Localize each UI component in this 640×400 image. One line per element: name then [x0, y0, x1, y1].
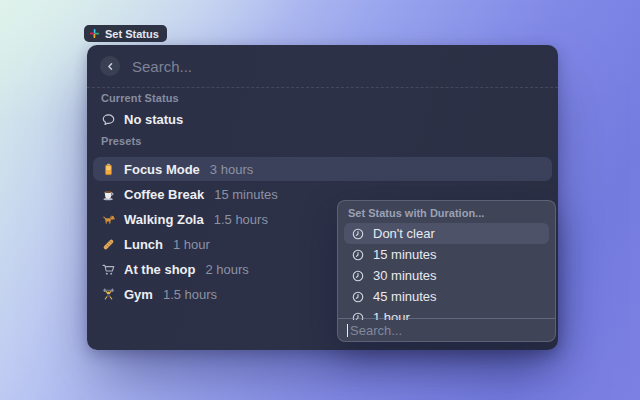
clock-icon — [351, 290, 365, 304]
preset-row-duration: 15 minutes — [214, 187, 278, 202]
preset-row-duration: 1 hour — [173, 237, 210, 252]
chevron-left-icon — [104, 60, 117, 73]
preset-row-label: Walking Zola — [124, 212, 204, 227]
presets-header: Presets — [101, 135, 141, 147]
preset-row[interactable]: Focus Mode3 hours — [93, 157, 552, 181]
duration-option[interactable]: 30 minutes — [344, 265, 549, 286]
duration-search-field[interactable]: Search... — [338, 318, 555, 341]
preset-row-label: Focus Mode — [124, 162, 200, 177]
duration-search-placeholder: Search... — [350, 323, 402, 338]
search-bar — [87, 45, 558, 88]
battery-icon — [101, 162, 116, 177]
weightlifter-icon — [101, 287, 116, 302]
duration-option-label: 15 minutes — [373, 247, 437, 262]
desktop-background: Set Status Current Status No status Pres… — [0, 0, 640, 400]
preset-row-label: Coffee Break — [124, 187, 204, 202]
duration-option-label: Don't clear — [373, 226, 435, 241]
preset-row-duration: 3 hours — [210, 162, 253, 177]
clock-icon — [351, 248, 365, 262]
slack-icon — [89, 28, 100, 39]
current-status-label: No status — [124, 112, 183, 127]
preset-row-duration: 1.5 hours — [214, 212, 268, 227]
speech-bubble-icon — [101, 112, 116, 127]
preset-row-label: Lunch — [124, 237, 163, 252]
coffee-icon — [101, 187, 116, 202]
preset-row-label: At the shop — [124, 262, 196, 277]
preset-row-label: Gym — [124, 287, 153, 302]
current-status-header: Current Status — [101, 92, 179, 104]
preset-row-duration: 2 hours — [206, 262, 249, 277]
duration-popup: Set Status with Duration... Don't clear1… — [337, 200, 556, 342]
duration-popup-title: Set Status with Duration... — [348, 207, 484, 219]
duration-option-label: 45 minutes — [373, 289, 437, 304]
duration-options-list: Don't clear15 minutes30 minutes45 minute… — [344, 223, 549, 320]
set-status-badge[interactable]: Set Status — [84, 25, 167, 42]
shopping-cart-icon — [101, 262, 116, 277]
clock-icon — [351, 269, 365, 283]
set-status-badge-label: Set Status — [105, 28, 159, 40]
baguette-icon — [101, 237, 116, 252]
search-input[interactable] — [130, 57, 454, 76]
duration-option[interactable]: 15 minutes — [344, 244, 549, 265]
preset-row-duration: 1.5 hours — [163, 287, 217, 302]
dog-icon — [101, 212, 116, 227]
duration-option[interactable]: 45 minutes — [344, 286, 549, 307]
duration-option-label: 30 minutes — [373, 268, 437, 283]
back-button[interactable] — [100, 56, 120, 76]
current-status-item[interactable]: No status — [93, 106, 552, 132]
text-cursor — [347, 324, 348, 337]
duration-option[interactable]: Don't clear — [344, 223, 549, 244]
clock-icon — [351, 227, 365, 241]
